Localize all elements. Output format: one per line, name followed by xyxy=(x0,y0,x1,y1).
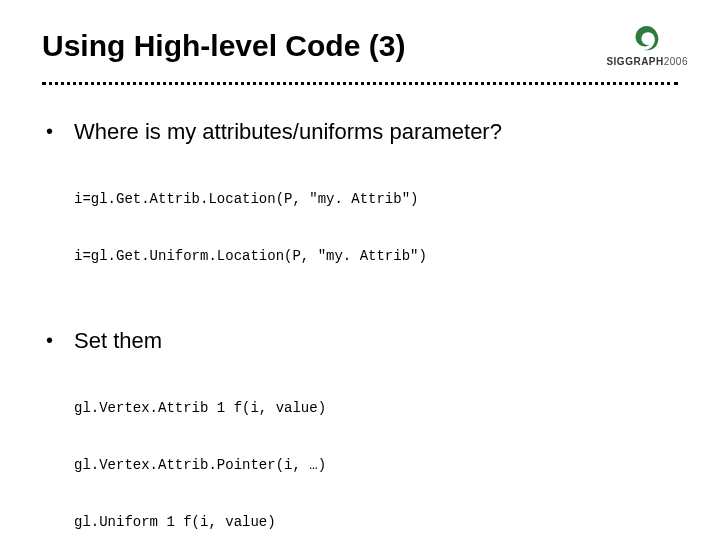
logo-brand: SIGGRAPH xyxy=(606,56,663,67)
code-line: gl.Vertex.Attrib.Pointer(i, …) xyxy=(74,456,678,475)
code-line: gl.Vertex.Attrib 1 f(i, value) xyxy=(74,399,678,418)
code-line: i=gl.Get.Attrib.Location(P, "my. Attrib"… xyxy=(74,190,678,209)
bullet-text: Where is my attributes/uniforms paramete… xyxy=(74,117,502,147)
bullet-marker: • xyxy=(42,117,74,145)
siggraph-logo-text: SIGGRAPH2006 xyxy=(606,56,688,67)
code-line: i=gl.Get.Uniform.Location(P, "my. Attrib… xyxy=(74,247,678,266)
code-block: gl.Vertex.Attrib 1 f(i, value) gl.Vertex… xyxy=(74,362,678,541)
slide: SIGGRAPH2006 Using High-level Code (3) •… xyxy=(0,0,720,540)
siggraph-logo: SIGGRAPH2006 xyxy=(606,24,688,67)
code-line: gl.Uniform 1 f(i, value) xyxy=(74,513,678,532)
bullet-marker: • xyxy=(42,326,74,354)
bullet-text: Set them xyxy=(74,326,162,356)
code-block: i=gl.Get.Attrib.Location(P, "my. Attrib"… xyxy=(74,153,678,304)
slide-title: Using High-level Code (3) xyxy=(42,28,678,64)
logo-year: 2006 xyxy=(664,56,688,67)
bullet-item: • Where is my attributes/uniforms parame… xyxy=(42,117,678,304)
siggraph-swirl-icon xyxy=(630,24,664,54)
bullet-list: • Where is my attributes/uniforms parame… xyxy=(42,117,678,540)
bullet-item: • Set them gl.Vertex.Attrib 1 f(i, value… xyxy=(42,326,678,540)
title-divider xyxy=(42,82,678,85)
